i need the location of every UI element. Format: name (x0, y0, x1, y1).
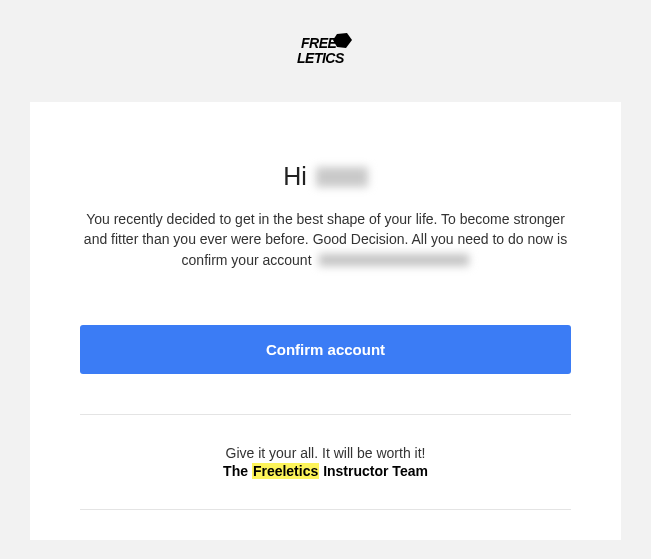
freeletics-logo-icon: FREE LETICS (291, 56, 361, 73)
footer-block: Give it your all. It will be worth it! T… (80, 415, 571, 509)
footer-suffix: Instructor Team (319, 463, 428, 479)
body-paragraph: You recently decided to get in the best … (80, 209, 571, 270)
svg-text:LETICS: LETICS (297, 50, 345, 66)
greeting-heading: Hi (80, 162, 571, 191)
svg-text:FREE: FREE (301, 35, 338, 51)
email-card: Hi You recently decided to get in the be… (30, 102, 621, 540)
footer-brand: Freeletics (252, 463, 319, 479)
redacted-name (316, 167, 368, 187)
footer-signature: The Freeletics Instructor Team (80, 463, 571, 479)
footer-prefix: The (223, 463, 252, 479)
redacted-email (319, 254, 469, 266)
footer-motto: Give it your all. It will be worth it! (80, 445, 571, 461)
divider-bottom (80, 509, 571, 510)
greeting-prefix: Hi (283, 162, 314, 190)
confirm-account-button[interactable]: Confirm account (80, 325, 571, 374)
logo-container: FREE LETICS (30, 30, 621, 74)
